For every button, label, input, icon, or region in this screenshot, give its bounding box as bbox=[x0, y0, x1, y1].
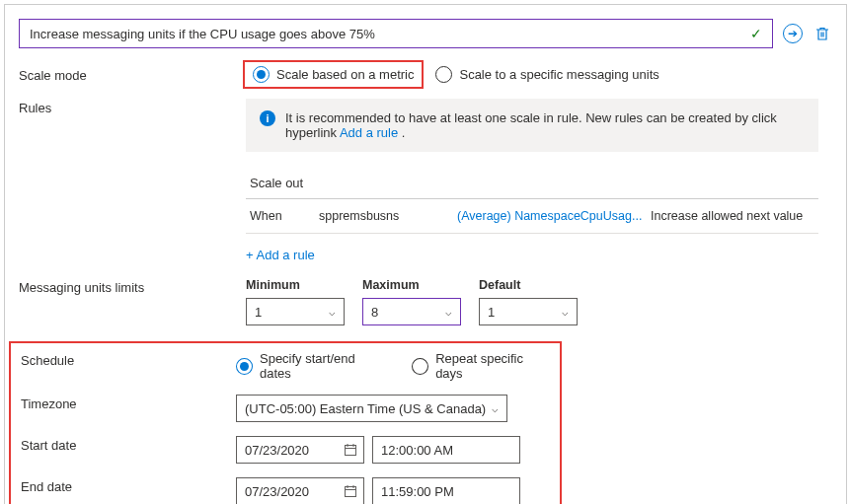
timezone-value: (UTC-05:00) Eastern Time (US & Canada) bbox=[245, 401, 486, 416]
schedule-highlight-box: Schedule Specify start/end dates Repeat … bbox=[9, 341, 562, 504]
rule-name-input[interactable]: Increase messaging units if the CPU usag… bbox=[19, 19, 773, 48]
radio-scale-metric-label: Scale based on a metric bbox=[276, 67, 414, 82]
timezone-label: Timezone bbox=[21, 395, 236, 411]
header-row: Increase messaging units if the CPU usag… bbox=[19, 19, 832, 48]
chevron-down-icon: ⌵ bbox=[329, 306, 336, 319]
rule-action: Increase allowed next value bbox=[645, 209, 818, 223]
delete-button[interactable] bbox=[812, 26, 832, 41]
start-date-label: Start date bbox=[21, 436, 236, 453]
rule-when: When bbox=[250, 209, 319, 223]
radio-specify-dates-label: Specify start/end dates bbox=[260, 351, 390, 381]
add-rule-link[interactable]: + Add a rule bbox=[246, 248, 315, 262]
radio-repeat-days-label: Repeat specific days bbox=[435, 351, 554, 381]
radio-repeat-days[interactable]: Repeat specific days bbox=[412, 351, 554, 381]
scale-out-header: Scale out bbox=[246, 172, 818, 199]
calendar-icon bbox=[344, 443, 357, 457]
end-date-label: End date bbox=[21, 477, 236, 494]
scale-out-table: Scale out When sppremsbusns (Average) Na… bbox=[246, 172, 818, 262]
limits-row: Messaging units limits Minimum 1 ⌵ Maxim… bbox=[19, 278, 832, 325]
trash-icon bbox=[814, 26, 830, 41]
max-select[interactable]: 8 ⌵ bbox=[362, 298, 461, 325]
info-icon: i bbox=[260, 110, 275, 126]
start-time-input[interactable]: 12:00:00 AM bbox=[372, 436, 520, 464]
chevron-down-icon: ⌵ bbox=[562, 306, 569, 319]
scale-mode-label: Scale mode bbox=[19, 66, 246, 83]
timezone-row: Timezone (UTC-05:00) Eastern Time (US & … bbox=[21, 395, 554, 422]
calendar-icon bbox=[344, 484, 357, 498]
end-time-value: 11:59:00 PM bbox=[381, 484, 454, 499]
info-text-b: . bbox=[398, 125, 405, 140]
rule-name-text: Increase messaging units if the CPU usag… bbox=[30, 27, 375, 41]
start-date-row: Start date 07/23/2020 12:00:00 AM bbox=[21, 436, 554, 464]
default-select[interactable]: 1 ⌵ bbox=[479, 298, 578, 325]
rules-row: Rules i It is recommended to have at lea… bbox=[19, 99, 832, 262]
start-date-picker[interactable]: 07/23/2020 bbox=[236, 436, 364, 464]
arrow-right-icon: ➔ bbox=[788, 27, 798, 40]
chevron-down-icon: ⌵ bbox=[492, 402, 499, 415]
rules-label: Rules bbox=[19, 99, 246, 115]
start-date-value: 07/23/2020 bbox=[245, 443, 309, 458]
rule-metric-link[interactable]: (Average) NamespaceCpuUsag... bbox=[457, 209, 645, 223]
radio-scale-specific-label: Scale to a specific messaging units bbox=[459, 67, 658, 82]
limits-group: Minimum 1 ⌵ Maximum 8 ⌵ Default bbox=[246, 278, 832, 325]
limits-label: Messaging units limits bbox=[19, 278, 246, 295]
scale-mode-row: Scale mode Scale based on a metric Scale… bbox=[19, 66, 832, 83]
radio-specify-dates[interactable]: Specify start/end dates bbox=[236, 351, 390, 381]
rule-namespace: sppremsbusns bbox=[319, 209, 457, 223]
max-label: Maximum bbox=[362, 278, 461, 292]
autoscale-panel: Increase messaging units if the CPU usag… bbox=[4, 4, 847, 504]
rules-info-box: i It is recommended to have at least one… bbox=[246, 99, 818, 152]
end-time-input[interactable]: 11:59:00 PM bbox=[372, 477, 520, 504]
submit-arrow-button[interactable]: ➔ bbox=[783, 24, 803, 43]
def-label: Default bbox=[479, 278, 578, 292]
valid-check-icon: ✓ bbox=[750, 26, 762, 41]
highlight-scale-metric: Scale based on a metric bbox=[243, 60, 424, 89]
svg-rect-0 bbox=[346, 446, 356, 456]
schedule-row: Schedule Specify start/end dates Repeat … bbox=[21, 351, 554, 381]
radio-scale-specific[interactable]: Scale to a specific messaging units bbox=[435, 66, 658, 83]
chevron-down-icon: ⌵ bbox=[445, 306, 452, 319]
end-date-value: 07/23/2020 bbox=[245, 484, 309, 499]
info-add-rule-link[interactable]: Add a rule bbox=[340, 125, 398, 140]
def-value: 1 bbox=[488, 305, 495, 320]
end-date-row: End date 07/23/2020 11:59:00 PM bbox=[21, 477, 554, 504]
schedule-label: Schedule bbox=[21, 351, 236, 368]
timezone-select[interactable]: (UTC-05:00) Eastern Time (US & Canada) ⌵ bbox=[236, 395, 507, 422]
radio-scale-metric[interactable]: Scale based on a metric bbox=[253, 66, 414, 83]
scale-mode-radios: Scale based on a metric Scale to a speci… bbox=[246, 66, 832, 83]
svg-rect-1 bbox=[346, 487, 356, 497]
scale-out-rule-row[interactable]: When sppremsbusns (Average) NamespaceCpu… bbox=[246, 199, 818, 234]
min-value: 1 bbox=[255, 305, 262, 320]
min-select[interactable]: 1 ⌵ bbox=[246, 298, 345, 325]
schedule-radios: Specify start/end dates Repeat specific … bbox=[236, 351, 554, 381]
min-label: Minimum bbox=[246, 278, 345, 292]
start-time-value: 12:00:00 AM bbox=[381, 443, 453, 458]
max-value: 8 bbox=[371, 305, 378, 320]
end-date-picker[interactable]: 07/23/2020 bbox=[236, 477, 364, 504]
